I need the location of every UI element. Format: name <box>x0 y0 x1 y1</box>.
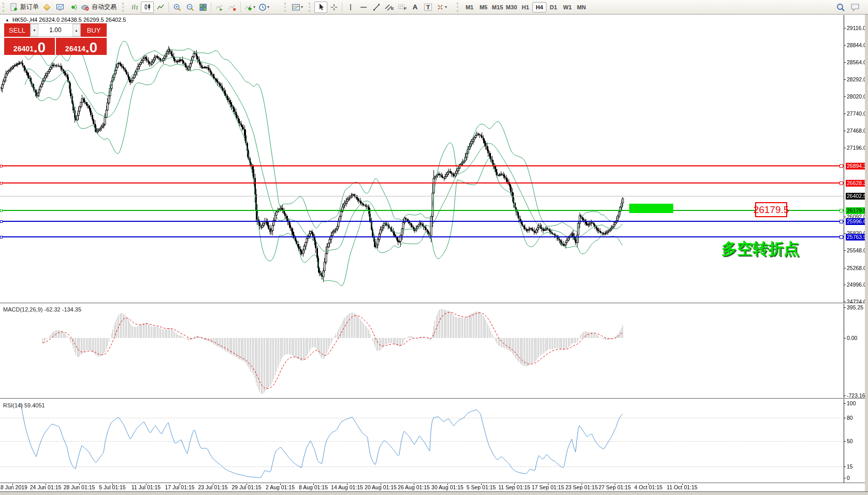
line-chart-type-button[interactable] <box>154 2 167 13</box>
vertical-line-tool-button[interactable] <box>344 2 357 13</box>
support-line-blue-1[interactable] <box>0 221 844 222</box>
alerts-button[interactable] <box>66 2 79 13</box>
toolbar-drag-handle[interactable] <box>3 3 7 12</box>
price-tick <box>844 45 846 46</box>
template-button[interactable]: ▾ <box>290 2 305 13</box>
date-tick-label: 28 Jun 01:15 <box>64 484 95 490</box>
highlight-band-rectangle[interactable] <box>629 204 673 213</box>
rsi-tick <box>844 418 846 418</box>
timeframe-button-h4[interactable]: H4 <box>532 2 546 12</box>
rsi-indicator-label: RSI(14) 59.4051 <box>3 402 45 408</box>
volume-increase-button[interactable]: ▲ <box>73 24 80 36</box>
indicators-button[interactable]: ▾ <box>242 2 257 13</box>
macd-tick <box>844 338 846 338</box>
line-end-square <box>0 182 3 185</box>
toolbar-drag-handle[interactable] <box>309 3 313 12</box>
timeframe-button-mn[interactable]: MN <box>574 2 588 12</box>
auto-trading-button[interactable]: 自动交易 <box>79 2 118 13</box>
date-tick-label: 5 Jul 01:15 <box>99 484 125 490</box>
profiles-button[interactable] <box>53 2 66 13</box>
date-tick-label: 24 Jun 01:15 <box>30 484 62 490</box>
date-tick-label: 5 Sep 01:15 <box>467 484 496 490</box>
timeframe-button-w1[interactable]: W1 <box>560 2 574 12</box>
timeframe-button-m15[interactable]: M15 <box>490 2 504 12</box>
toolbar-drag-handle[interactable] <box>284 3 288 12</box>
timeframe-button-h1[interactable]: H1 <box>518 2 532 12</box>
turning-point-annotation[interactable]: 多空转折点 <box>721 238 799 260</box>
timeframe-button-d1[interactable]: D1 <box>546 2 560 12</box>
price-tick <box>844 268 846 268</box>
indicators-dropdown-caret[interactable]: ▾ <box>253 5 255 9</box>
periods-dropdown-caret[interactable]: ▾ <box>267 5 269 9</box>
price-annotation-label[interactable]: 26179.5 <box>755 202 787 217</box>
volume-field[interactable]: 1.00 <box>38 24 73 36</box>
new-order-button[interactable]: 新订单 <box>8 2 40 13</box>
horizontal-line-tool-button[interactable] <box>357 2 370 13</box>
date-tick-label: 11 Oct 01:15 <box>667 484 697 490</box>
arrows-tool-button[interactable]: ▾ <box>435 2 449 13</box>
rsi-tick <box>844 466 846 467</box>
last-price-line[interactable] <box>0 196 844 196</box>
resistance-line-2[interactable] <box>0 182 844 183</box>
buy-price-display[interactable]: 26414 .0 <box>56 38 107 55</box>
date-tick-label: 11 Jul 01:15 <box>132 484 161 490</box>
clock-icon <box>258 3 267 11</box>
search-icon[interactable] <box>836 3 845 12</box>
template-icon <box>292 3 300 11</box>
equidistant-channel-tool-button[interactable]: E <box>383 2 396 13</box>
window-edge-strip <box>865 15 868 492</box>
crosshair-tool-button[interactable] <box>327 2 340 13</box>
label-tool-letter: T <box>424 4 432 11</box>
cursor-tool-button[interactable] <box>314 2 327 13</box>
fibonacci-tool-button[interactable]: F <box>396 2 409 13</box>
price-axis-line <box>844 15 844 483</box>
channel-letter: E <box>391 6 394 11</box>
sell-price-display[interactable]: 26401 .0 <box>4 38 55 55</box>
collapse-icon[interactable]: ▲ <box>5 18 9 22</box>
toolbar-drag-handle[interactable] <box>122 3 126 12</box>
template-dropdown-caret[interactable]: ▾ <box>301 5 303 9</box>
resistance-line-1[interactable] <box>0 165 844 166</box>
arrows-dropdown-caret[interactable]: ▾ <box>445 5 447 9</box>
date-tick-label: 30 Aug 01:15 <box>431 484 464 490</box>
line-end-square <box>0 236 3 238</box>
text-tool-letter: A <box>413 3 417 11</box>
new-chart-button[interactable] <box>40 2 53 13</box>
text-tool-button[interactable]: A <box>409 2 422 13</box>
zoom-out-button[interactable] <box>183 2 196 13</box>
line-end-square <box>0 165 3 167</box>
rsi-pane-splitter[interactable] <box>0 398 868 399</box>
trendline-tool-button[interactable] <box>370 2 383 13</box>
date-tick-label: 4 Oct 01:15 <box>634 484 662 490</box>
text-label-tool-button[interactable]: T <box>422 2 435 13</box>
buy-button[interactable]: BUY <box>81 23 107 37</box>
zoom-in-button[interactable] <box>170 2 183 13</box>
trendline-icon <box>372 3 381 11</box>
toolbar-drag-handle[interactable] <box>457 3 461 12</box>
sell-button[interactable]: SELL <box>4 23 30 37</box>
macd-pane-splitter[interactable] <box>0 303 868 304</box>
date-tick-label: 27 Sep 01:15 <box>599 484 631 490</box>
candlestick-icon <box>143 3 152 11</box>
line-anchor-square <box>840 235 843 239</box>
line-chart-icon <box>156 3 165 11</box>
chat-icon[interactable] <box>850 3 861 12</box>
timeframe-button-m1[interactable]: M1 <box>462 2 476 12</box>
horizontal-line-icon <box>359 3 368 11</box>
rsi-tick-label: 50 <box>847 438 853 444</box>
price-tick-label: 29116.0 <box>847 25 866 31</box>
timeframe-button-m30[interactable]: M30 <box>504 2 518 12</box>
timeframe-button-m5[interactable]: M5 <box>476 2 490 12</box>
periods-button[interactable]: ▾ <box>257 2 271 13</box>
rsi-tick <box>844 478 846 478</box>
support-line-blue-2[interactable] <box>0 236 844 237</box>
candlestick-chart-type-button[interactable] <box>141 2 154 13</box>
bar-chart-type-button[interactable] <box>128 2 141 13</box>
volume-decrease-button[interactable]: ▼ <box>31 24 38 36</box>
auto-scroll-icon <box>215 3 224 11</box>
auto-scroll-button[interactable] <box>213 2 226 13</box>
pivot-line-green[interactable] <box>0 210 844 211</box>
one-click-trading-panel: SELL ▼ 1.00 ▲ BUY 26401 .0 26414 .0 <box>4 23 107 55</box>
chart-shift-button[interactable] <box>226 2 239 13</box>
tile-windows-button[interactable] <box>196 2 209 13</box>
